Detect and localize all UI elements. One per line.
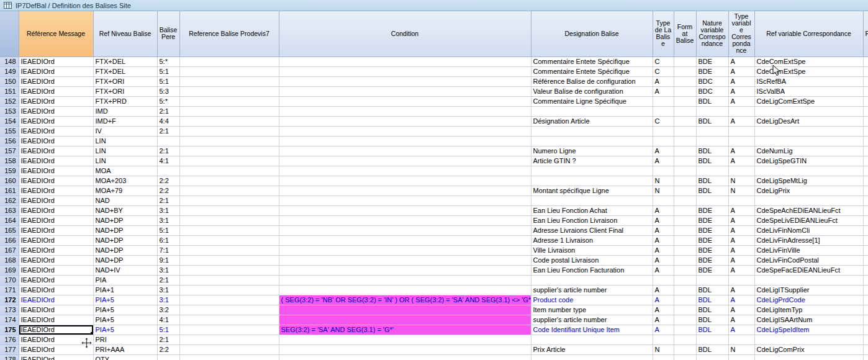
cell-178-ref_niveau[interactable]: QTY [93, 354, 157, 360]
cell-161-balise_pere[interactable]: 2:2 [157, 186, 179, 196]
cell-174-format_balise[interactable] [674, 315, 696, 325]
cell-163-ref_prodevis7[interactable] [179, 205, 279, 215]
cell-174-partial[interactable] [863, 315, 868, 325]
cell-162-ref_message[interactable]: IEAEDIOrd [19, 196, 93, 205]
cell-150-format_balise[interactable] [674, 76, 696, 86]
cell-148-ref_prodevis7[interactable] [179, 56, 279, 66]
cell-162-partial[interactable] [863, 196, 868, 205]
cell-176-balise_pere[interactable]: 2:1 [157, 335, 179, 344]
column-header-ref_prodevis7[interactable]: Reference Balise Prodevis7 [179, 11, 279, 56]
cell-157-condition[interactable] [279, 146, 531, 156]
column-header-format_balise[interactable]: Format Balise [674, 11, 696, 56]
cell-164-balise_pere[interactable]: 3:1 [157, 215, 179, 225]
cell-153-balise_pere[interactable]: 2:1 [157, 106, 179, 116]
cell-157-ref_niveau[interactable]: LIN [93, 146, 157, 156]
cell-161-type_var[interactable]: N [728, 186, 754, 196]
cell-154-type_var[interactable]: A [728, 116, 754, 126]
cell-168-ref_prodevis7[interactable] [179, 255, 279, 265]
cell-172-ref_var[interactable]: CdeLigPrdCode [754, 295, 863, 305]
cell-173-balise_pere[interactable]: 3:2 [157, 305, 179, 315]
cell-148-condition[interactable] [279, 56, 531, 66]
cell-178-designation[interactable] [531, 354, 653, 360]
cell-171-type_balise[interactable]: A [653, 285, 674, 295]
cell-176-designation[interactable] [531, 335, 653, 344]
cell-160-format_balise[interactable] [674, 176, 696, 186]
row-header-172[interactable]: 172 [0, 295, 19, 305]
cell-153-format_balise[interactable] [674, 106, 696, 116]
cell-150-nature_var[interactable]: BDC [696, 76, 728, 86]
cell-152-type_var[interactable]: A [728, 96, 754, 106]
cell-171-ref_prodevis7[interactable] [179, 285, 279, 295]
cell-159-designation[interactable] [531, 166, 653, 176]
cell-165-type_var[interactable]: A [728, 225, 754, 235]
cell-161-ref_niveau[interactable]: MOA+79 [93, 186, 157, 196]
cell-152-partial[interactable] [863, 96, 868, 106]
cell-171-partial[interactable] [863, 285, 868, 295]
column-header-nature_var[interactable]: Nature variable Correspondance [696, 11, 728, 56]
cell-151-ref_var[interactable]: IScValBA [754, 86, 863, 96]
cell-159-nature_var[interactable] [696, 166, 728, 176]
cell-169-designation[interactable]: Ean Lieu Fonction Facturation [531, 265, 653, 275]
cell-162-ref_niveau[interactable]: NAD [93, 196, 157, 205]
cell-173-type_balise[interactable]: A [653, 305, 674, 315]
cell-167-ref_niveau[interactable]: NAD+DP [93, 245, 157, 255]
cell-172-type_var[interactable]: A [728, 295, 754, 305]
cell-175-nature_var[interactable]: BDL [696, 325, 728, 335]
row-header-175[interactable]: 175 [0, 325, 19, 335]
cell-155-designation[interactable] [531, 126, 653, 136]
cell-148-balise_pere[interactable]: 5:* [157, 56, 179, 66]
cell-154-ref_niveau[interactable]: IMD+F [93, 116, 157, 126]
cell-177-type_var[interactable]: N [728, 344, 754, 354]
cell-166-condition[interactable] [279, 235, 531, 245]
cell-167-balise_pere[interactable]: 7:1 [157, 245, 179, 255]
row-header-176[interactable]: 176 [0, 335, 19, 344]
cell-176-ref_message[interactable]: IEAEDIOrd [19, 335, 93, 344]
cell-156-ref_message[interactable]: IEAEDIOrd [19, 136, 93, 146]
cell-178-type_balise[interactable] [653, 354, 674, 360]
cell-172-designation[interactable]: Product code [531, 295, 653, 305]
cell-163-ref_var[interactable]: CdeSpeAchEDiEANLieuFct [754, 205, 863, 215]
cell-156-format_balise[interactable] [674, 136, 696, 146]
cell-165-partial[interactable] [863, 225, 868, 235]
row-header-171[interactable]: 171 [0, 285, 19, 295]
cell-159-partial[interactable] [863, 166, 868, 176]
cell-162-ref_var[interactable] [754, 196, 863, 205]
cell-165-ref_message[interactable]: IEAEDIOrd [19, 225, 93, 235]
cell-174-ref_message[interactable]: IEAEDIOrd [19, 315, 93, 325]
cell-152-format_balise[interactable] [674, 96, 696, 106]
cell-177-ref_var[interactable]: CdeLigComPrix [754, 344, 863, 354]
cell-151-format_balise[interactable] [674, 86, 696, 96]
cell-162-type_var[interactable] [728, 196, 754, 205]
cell-157-balise_pere[interactable]: 2:1 [157, 146, 179, 156]
cell-174-type_balise[interactable]: A [653, 315, 674, 325]
row-header-155[interactable]: 155 [0, 126, 19, 136]
cell-167-designation[interactable]: Ville Livraison [531, 245, 653, 255]
cell-171-ref_message[interactable]: IEAEDIOrd [19, 285, 93, 295]
cell-174-nature_var[interactable]: BDL [696, 315, 728, 325]
row-header-167[interactable]: 167 [0, 245, 19, 255]
row-header-166[interactable]: 166 [0, 235, 19, 245]
cell-170-nature_var[interactable] [696, 275, 728, 285]
cell-175-condition[interactable]: SEG(3:2) = 'SA' AND SEG(3.1) = 'G*' [279, 325, 531, 335]
cell-167-type_var[interactable]: A [728, 245, 754, 255]
cell-155-nature_var[interactable] [696, 126, 728, 136]
cell-163-type_var[interactable]: A [728, 205, 754, 215]
cell-160-type_var[interactable]: N [728, 176, 754, 186]
row-header-161[interactable]: 161 [0, 186, 19, 196]
cell-169-balise_pere[interactable]: 3:1 [157, 265, 179, 275]
cell-162-designation[interactable] [531, 196, 653, 205]
cell-163-ref_niveau[interactable]: NAD+BY [93, 205, 157, 215]
cell-149-nature_var[interactable]: BDE [696, 66, 728, 76]
cell-155-type_balise[interactable] [653, 126, 674, 136]
cell-159-balise_pere[interactable] [157, 166, 179, 176]
column-header-ref_var[interactable]: Ref variable Correspondance [754, 11, 863, 56]
cell-166-type_balise[interactable]: A [653, 235, 674, 245]
cell-173-nature_var[interactable]: BDL [696, 305, 728, 315]
cell-159-ref_message[interactable]: IEAEDIOrd [19, 166, 93, 176]
cell-176-format_balise[interactable] [674, 335, 696, 344]
cell-168-partial[interactable] [863, 255, 868, 265]
cell-152-ref_prodevis7[interactable] [179, 96, 279, 106]
column-header-ref_niveau[interactable]: Ref Niveau Balise [93, 11, 157, 56]
cell-152-type_balise[interactable] [653, 96, 674, 106]
row-header-158[interactable]: 158 [0, 156, 19, 166]
